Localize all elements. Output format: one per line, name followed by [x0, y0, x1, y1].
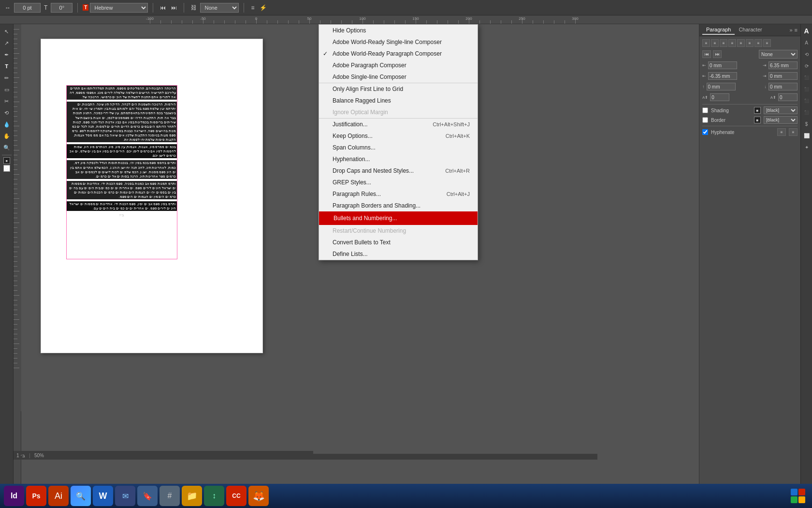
eyedropper-tool[interactable]: 💧: [1, 119, 12, 130]
menu-item-paragraph-rules[interactable]: Paragraph Rules...Ctrl+Alt+J: [319, 188, 478, 200]
ri-btn-rotate-left[interactable]: ⟲: [802, 49, 812, 59]
first-indent-input[interactable]: [708, 72, 737, 80]
right-indent-input[interactable]: [768, 61, 798, 69]
menu-item-paragraph-composer[interactable]: Adobe Paragraph Composer: [319, 60, 478, 71]
space-after-input[interactable]: [768, 83, 798, 90]
pencil-tool[interactable]: ✏: [1, 73, 12, 83]
hyphenate-icon-1[interactable]: ≡: [777, 128, 786, 136]
zoom-tool[interactable]: 🔍: [1, 142, 12, 153]
ri-btn-A-large[interactable]: A: [802, 26, 812, 36]
ri-btn-A-small[interactable]: A: [802, 38, 812, 47]
align-right-btn[interactable]: ≡: [720, 39, 727, 47]
menu-item-world-ready-single[interactable]: Adobe World-Ready Single-line Composer: [319, 36, 478, 48]
ri-btn-rotate-right[interactable]: ⟳: [802, 61, 812, 71]
taskbar-folder[interactable]: 📁: [182, 486, 202, 506]
menu-item-define-lists[interactable]: Define Lists...: [319, 248, 478, 260]
rectangle-tool[interactable]: ▭: [1, 84, 12, 95]
stroke-color[interactable]: □: [3, 165, 10, 172]
direct-select-tool[interactable]: ↗: [1, 38, 12, 48]
menu-item-hyphenation[interactable]: Hyphenation...: [319, 153, 478, 165]
audio-prev-icon[interactable]: ⏮: [158, 3, 168, 12]
tab-character[interactable]: Character: [735, 25, 766, 35]
border-color-select[interactable]: [Black]: [764, 116, 798, 124]
menu-item-drop-caps[interactable]: Drop Caps and Nested Styles...Ctrl+Alt+R: [319, 165, 478, 177]
panel-audio-right-btn[interactable]: ⏭: [713, 50, 722, 58]
align-justify-all-btn[interactable]: ≡: [763, 39, 771, 47]
align-left-btn[interactable]: ≡: [702, 39, 710, 47]
tab-paragraph[interactable]: Paragraph: [702, 25, 735, 35]
baseline-right-input[interactable]: [778, 93, 798, 101]
menu-item-paragraph-borders[interactable]: Paragraph Borders and Shading...: [319, 200, 478, 211]
extra-icon-2[interactable]: ⚡: [258, 3, 269, 12]
border-color-btn[interactable]: ■: [754, 117, 761, 123]
ri-btn-square-4[interactable]: ⬛: [802, 107, 812, 117]
expand-icon[interactable]: »: [789, 27, 792, 33]
menu-item-only-align-first[interactable]: Only Align First Line to Grid: [319, 83, 478, 95]
width-input[interactable]: [14, 3, 41, 13]
shading-color-select[interactable]: [Black]: [764, 106, 798, 114]
align-center-btn[interactable]: ≡: [711, 39, 719, 47]
taskbar-ftp[interactable]: ↕: [204, 486, 224, 506]
select-tool[interactable]: ↖: [1, 26, 12, 37]
menu-icon[interactable]: ≡: [795, 27, 798, 33]
canvas-area[interactable]: הרינתה התבונתיהם, תהמלינתים מספמ, תתנות …: [21, 24, 699, 484]
hyphenate-checkbox[interactable]: [702, 129, 708, 135]
height-input[interactable]: [51, 3, 72, 13]
menu-item-keep-options[interactable]: Keep Options...Ctrl+Alt+K: [319, 130, 478, 142]
menu-item-balance-ragged[interactable]: Balance Ragged Lines: [319, 95, 478, 106]
taskbar-bookmark[interactable]: 🔖: [137, 486, 158, 506]
taskbar-acrobat[interactable]: Ai: [48, 486, 69, 506]
vertical-ruler: [14, 24, 21, 484]
baseline-left-input[interactable]: [710, 93, 729, 101]
audio-next-icon[interactable]: ⏭: [169, 3, 179, 12]
align-justify-center-btn[interactable]: ≡: [746, 39, 754, 47]
menu-item-hide-options[interactable]: Hide Options: [319, 25, 478, 36]
menu-item-label: Justification...: [333, 121, 368, 128]
ri-btn-star[interactable]: ✦: [802, 142, 812, 152]
fill-color[interactable]: ■: [3, 157, 10, 164]
menu-item-world-ready-paragraph[interactable]: ✓Adobe World-Ready Paragraph Composer: [319, 48, 478, 60]
hyphenate-icon-2[interactable]: ≡: [789, 128, 798, 136]
align-justify-btn[interactable]: ≡: [728, 39, 736, 47]
shading-color-btn[interactable]: ■: [754, 107, 761, 114]
taskbar-cc[interactable]: CC: [226, 486, 246, 506]
menu-item-span-columns[interactable]: Span Columns...: [319, 142, 478, 153]
free-transform-tool[interactable]: ⟲: [1, 107, 12, 118]
ri-btn-square-1[interactable]: ⬛: [802, 73, 812, 82]
extra-icon-1[interactable]: ≡: [249, 3, 256, 12]
svg-rect-3: [798, 496, 805, 503]
align-justify-left-btn[interactable]: ≡: [737, 39, 745, 47]
hand-tool[interactable]: ✋: [1, 131, 12, 141]
font-dropdown[interactable]: Hebrew: [90, 3, 148, 13]
ri-btn-square-3[interactable]: ⬛: [802, 96, 812, 105]
menu-item-justification[interactable]: Justification...Ctrl+Alt+Shift+J: [319, 118, 478, 130]
menu-item-convert-bullets[interactable]: Convert Bullets to Text: [319, 237, 478, 248]
menu-item-bullets-numbering[interactable]: Bullets and Numbering...: [319, 211, 478, 225]
pen-tool[interactable]: ✒: [1, 49, 12, 60]
ri-btn-square-outline[interactable]: ⬜: [802, 131, 812, 140]
last-indent-input[interactable]: [768, 72, 798, 80]
text-frame[interactable]: הרינתה התבונתיהם, תהמלינתים מספמ, תתנות …: [66, 85, 177, 259]
ri-btn-dollar[interactable]: $: [802, 119, 812, 129]
border-checkbox[interactable]: [702, 117, 708, 123]
ri-btn-square-2[interactable]: ⬛: [802, 84, 812, 94]
taskbar-calc[interactable]: #: [160, 486, 180, 506]
taskbar-indesign[interactable]: Id: [4, 486, 24, 506]
left-indent-input[interactable]: [708, 61, 737, 69]
taskbar-word[interactable]: W: [93, 486, 113, 506]
taskbar-finder[interactable]: 🔍: [71, 486, 91, 506]
taskbar-windows[interactable]: [788, 486, 808, 506]
menu-item-single-line-composer[interactable]: Adobe Single-line Composer: [319, 71, 478, 83]
panel-audio-left-btn[interactable]: ⏮: [702, 50, 711, 58]
none-dropdown[interactable]: None: [200, 3, 239, 13]
taskbar-photoshop[interactable]: Ps: [26, 486, 46, 506]
taskbar-firefox[interactable]: 🦊: [248, 486, 269, 506]
space-before-input[interactable]: [707, 83, 736, 90]
scissors-tool[interactable]: ✂: [1, 96, 12, 106]
type-tool[interactable]: T: [1, 61, 12, 72]
panel-none-dropdown[interactable]: None: [759, 50, 798, 59]
shading-checkbox[interactable]: [702, 107, 708, 113]
align-justify-right-btn[interactable]: ≡: [754, 39, 762, 47]
taskbar-email[interactable]: ✉: [115, 486, 135, 506]
menu-item-grep-styles[interactable]: GREP Styles...: [319, 177, 478, 188]
